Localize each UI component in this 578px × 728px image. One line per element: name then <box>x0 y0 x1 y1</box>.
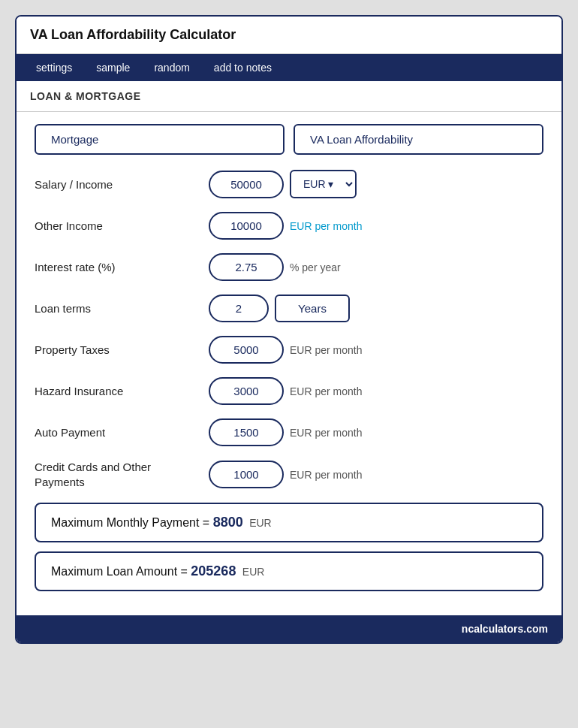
title-bar: VA Loan Affordability Calculator <box>17 17 561 54</box>
unit-other-income: EUR per month <box>290 220 362 232</box>
label-auto-payment: Auto Payment <box>35 426 200 439</box>
field-interest-rate: Interest rate (%) % per year <box>35 253 543 281</box>
result-currency-monthly: EUR <box>249 517 272 529</box>
app-title: VA Loan Affordability Calculator <box>30 27 236 42</box>
currency-dropdown-salary[interactable]: EUR ▾ USD ▾ GBP ▾ <box>290 170 357 198</box>
inputs-interest-rate: % per year <box>209 253 543 281</box>
label-interest-rate: Interest rate (%) <box>35 261 200 273</box>
calculator-container: VA Loan Affordability Calculator setting… <box>15 15 563 644</box>
label-credit-cards: Credit Cards and Other Payments <box>35 460 200 489</box>
result-value-loan: 205268 <box>191 563 236 578</box>
label-loan-terms: Loan terms <box>35 302 200 315</box>
unit-credit-cards: EUR per month <box>290 469 362 481</box>
inputs-hazard-insurance: EUR per month <box>209 377 543 405</box>
result-max-monthly-payment: Maximum Monthly Payment = 8800 EUR <box>35 503 543 542</box>
content-area: Mortgage VA Loan Affordability Salary / … <box>17 112 561 615</box>
input-interest-rate[interactable] <box>209 253 284 281</box>
field-credit-cards: Credit Cards and Other Payments EUR per … <box>35 460 543 489</box>
inputs-other-income: EUR per month <box>209 212 543 240</box>
years-button[interactable]: Years <box>275 295 350 322</box>
tab-random[interactable]: random <box>142 54 201 81</box>
inputs-auto-payment: EUR per month <box>209 418 543 446</box>
category-btn-va-loan[interactable]: VA Loan Affordability <box>294 124 543 155</box>
field-hazard-insurance: Hazard Insurance EUR per month <box>35 377 543 405</box>
field-other-income: Other Income EUR per month <box>35 212 543 240</box>
tab-sample[interactable]: sample <box>84 54 142 81</box>
unit-auto-payment: EUR per month <box>290 427 362 439</box>
result-max-loan-amount: Maximum Loan Amount = 205268 EUR <box>35 551 543 591</box>
result-label-loan: Maximum Loan Amount = <box>51 565 188 578</box>
tab-settings[interactable]: settings <box>24 54 84 81</box>
field-auto-payment: Auto Payment EUR per month <box>35 418 543 446</box>
field-salary-income: Salary / Income EUR ▾ USD ▾ GBP ▾ <box>35 170 543 198</box>
inputs-credit-cards: EUR per month <box>209 461 543 488</box>
label-hazard-insurance: Hazard Insurance <box>35 385 200 397</box>
input-auto-payment[interactable] <box>209 418 284 446</box>
input-property-taxes[interactable] <box>209 336 284 364</box>
tab-add-to-notes[interactable]: add to notes <box>202 54 284 81</box>
result-currency-loan: EUR <box>242 566 265 578</box>
inputs-loan-terms: Years <box>209 295 543 322</box>
category-btn-mortgage[interactable]: Mortgage <box>35 124 284 155</box>
input-hazard-insurance[interactable] <box>209 377 284 405</box>
section-header: LOAN & MORTGAGE <box>17 81 561 112</box>
result-label-monthly: Maximum Monthly Payment = <box>51 516 209 529</box>
unit-property-taxes: EUR per month <box>290 344 362 356</box>
inputs-property-taxes: EUR per month <box>209 336 543 364</box>
input-loan-terms[interactable] <box>209 295 269 322</box>
footer-brand: ncalculators.com <box>17 615 561 642</box>
label-property-taxes: Property Taxes <box>35 343 200 356</box>
label-other-income: Other Income <box>35 219 200 232</box>
category-row: Mortgage VA Loan Affordability <box>35 124 543 155</box>
label-salary-income: Salary / Income <box>35 178 200 191</box>
unit-interest-rate: % per year <box>290 261 341 273</box>
inputs-salary-income: EUR ▾ USD ▾ GBP ▾ <box>209 170 543 198</box>
tab-bar: settings sample random add to notes <box>17 54 561 81</box>
field-property-taxes: Property Taxes EUR per month <box>35 336 543 364</box>
input-other-income[interactable] <box>209 212 284 240</box>
unit-hazard-insurance: EUR per month <box>290 385 362 397</box>
field-loan-terms: Loan terms Years <box>35 295 543 322</box>
input-salary-income[interactable] <box>209 171 284 198</box>
result-value-monthly: 8800 <box>213 515 243 530</box>
input-credit-cards[interactable] <box>209 461 284 488</box>
